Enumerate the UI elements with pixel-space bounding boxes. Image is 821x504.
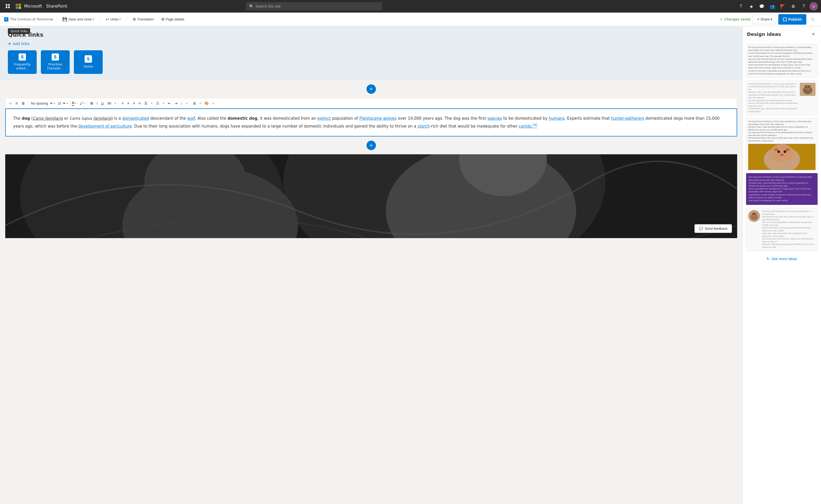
hunter-gatherers-link[interactable]: hunter-gatherers xyxy=(611,116,644,121)
svg-point-21 xyxy=(780,154,784,156)
color-palette-button[interactable]: 🎨 xyxy=(203,99,210,107)
text-content-block[interactable]: The dog (Canis familiaris or Canis lupus… xyxy=(5,108,737,136)
toolbar-right-group: ✓ Changes saved ↗ Share ▾ Publish ⬡ xyxy=(720,14,817,25)
undo-button[interactable]: ↩ Undo ▾ xyxy=(103,15,123,24)
add-links-button[interactable]: + Add links xyxy=(8,41,735,46)
humans-link[interactable]: humans xyxy=(549,116,565,121)
design-idea-text-1: The dog (Canis familiaris or Canis lupus… xyxy=(748,46,815,75)
apps-menu-icon[interactable] xyxy=(3,2,13,11)
help-icon[interactable]: ? xyxy=(736,2,746,11)
species-link[interactable]: species xyxy=(487,116,502,121)
color-palette-chevron[interactable]: ▾ xyxy=(211,99,215,107)
publish-button[interactable]: Publish xyxy=(778,14,806,25)
starch-link[interactable]: starch xyxy=(418,124,430,129)
extinct-link[interactable]: extinct xyxy=(318,116,331,121)
design-idea-card-4[interactable]: The dog (Canis familiaris or Canis lupus… xyxy=(746,173,818,205)
design-idea-card-1[interactable]: The dog (Canis familiaris or Canis lupus… xyxy=(746,44,818,78)
translation-label: Translation xyxy=(137,17,154,21)
table-button[interactable]: ⊞ xyxy=(191,99,198,107)
pleistocene-link[interactable]: Pleistocene wolves xyxy=(359,116,397,121)
undo-label: Undo xyxy=(110,17,118,21)
style-select[interactable]: No spacing xyxy=(29,100,53,107)
outdent-button[interactable]: ⇤ xyxy=(166,99,172,107)
search-bar[interactable]: 🔍 xyxy=(246,2,382,10)
quick-link-card-2[interactable]: S Priorities [Sample... xyxy=(41,50,70,74)
content-area[interactable]: Quick links Quick links + Add links S Fr… xyxy=(0,26,742,504)
bullet-list-button[interactable]: ☰ xyxy=(143,99,149,107)
svg-point-11 xyxy=(808,86,809,87)
align-left-button[interactable]: ≡ xyxy=(120,99,125,107)
quick-link-card-3[interactable]: S Home xyxy=(74,50,103,74)
move-handle-icon[interactable]: ⊹ xyxy=(8,99,14,107)
italic-button[interactable]: I xyxy=(95,99,99,107)
font-size-dropdown[interactable]: 18 ▾ xyxy=(56,100,68,107)
image-section: 💬 Send feedback xyxy=(5,154,737,238)
design-idea-card-5[interactable]: The dog (Canis familiaris or Canis lupus… xyxy=(746,208,818,251)
card-icon-3: S xyxy=(85,55,92,63)
collapse-panel-button[interactable]: ⬡ xyxy=(808,15,817,24)
quick-links-tooltip: Quick links xyxy=(8,28,30,34)
svg-point-20 xyxy=(785,148,790,151)
bold-button[interactable]: B xyxy=(89,99,94,107)
design-idea-img-3: The dog (Canis familiaris or Canis lupus… xyxy=(746,118,818,170)
page-indicator: S The Contoso of Tomorrow xyxy=(4,17,53,21)
indent-button[interactable]: ⇥ xyxy=(173,99,179,107)
page-details-button[interactable]: ⚙ Page details xyxy=(158,15,187,24)
style-chevron: ▾ xyxy=(54,102,55,105)
underline-button[interactable]: U xyxy=(100,99,105,107)
align-right-button[interactable]: ≡ xyxy=(132,99,137,107)
save-icon: 💾 xyxy=(62,17,67,22)
undo-icon: ↩ xyxy=(106,17,109,22)
close-design-ideas-button[interactable]: ✕ xyxy=(809,30,817,38)
share-chevron: ▾ xyxy=(770,17,772,21)
align-center-button[interactable]: ≡ xyxy=(126,99,131,107)
quick-links-title: Quick links xyxy=(8,31,735,38)
svg-point-24 xyxy=(752,212,757,217)
search-icon: 🔍 xyxy=(249,4,254,8)
bullet-list-chevron[interactable]: ▾ xyxy=(150,99,154,107)
numbered-list-chevron[interactable]: ▾ xyxy=(161,99,166,107)
line-spacing-chevron[interactable]: ▾ xyxy=(185,99,189,107)
table-chevron[interactable]: ▾ xyxy=(198,99,202,107)
line-spacing-button[interactable]: ↕ xyxy=(179,99,184,107)
question-icon[interactable]: ? xyxy=(799,2,808,11)
chat-icon[interactable]: 💬 xyxy=(757,2,767,11)
font-size-select[interactable]: 18 xyxy=(56,100,66,107)
send-feedback-button[interactable]: 💬 Send feedback xyxy=(694,224,732,233)
justify-button[interactable]: ≡ xyxy=(137,99,142,107)
style-dropdown[interactable]: No spacing ▾ xyxy=(29,100,55,107)
share-button[interactable]: ↗ Share ▾ xyxy=(753,15,776,24)
add-section-button-top[interactable]: + xyxy=(366,84,376,94)
highlight-color-button[interactable]: 🖊 ▾ xyxy=(78,99,86,107)
font-color-chevron: ▾ xyxy=(75,102,76,105)
add-section-area-top: + xyxy=(0,82,742,96)
delete-icon[interactable]: 🗑 xyxy=(20,99,26,107)
svg-point-17 xyxy=(778,151,780,153)
copy-icon[interactable]: ⎘ xyxy=(14,99,19,107)
wolf-link[interactable]: wolf xyxy=(187,116,195,121)
agriculture-link[interactable]: development of agriculture xyxy=(78,124,132,129)
share-network-icon[interactable]: ◈ xyxy=(747,2,756,11)
settings-icon[interactable]: ⚙ xyxy=(789,2,798,11)
quick-links-cards: S Frequently asked... S Priorities [Samp… xyxy=(8,50,735,74)
add-section-button-bottom[interactable]: + xyxy=(366,141,376,150)
user-avatar[interactable]: U xyxy=(809,2,818,10)
canids-link[interactable]: canids.[4] xyxy=(519,124,537,129)
strikethrough-chevron[interactable]: ▾ xyxy=(113,99,118,107)
quick-link-card-1[interactable]: S Frequently asked... xyxy=(8,50,37,74)
search-input[interactable] xyxy=(256,4,379,8)
design-idea-card-3[interactable]: The dog (Canis familiaris or Canis lupus… xyxy=(746,118,818,170)
font-color-button[interactable]: A ▾ xyxy=(70,99,78,107)
divider-1 xyxy=(56,16,57,23)
translation-button[interactable]: ⚙ Translation xyxy=(130,15,156,24)
strikethrough-button[interactable]: 99 xyxy=(106,99,113,107)
design-idea-card-2[interactable]: The dog (Canis familiaris or Canis lupus… xyxy=(746,80,818,116)
people-icon[interactable]: 👥 xyxy=(768,2,777,11)
flag-icon[interactable]: 🚩 xyxy=(778,2,787,11)
see-more-ideas-button[interactable]: ↻ See more ideas xyxy=(743,254,821,264)
save-close-button[interactable]: 💾 Save and close ▾ xyxy=(60,15,97,24)
design-idea-round-img-5 xyxy=(748,210,760,222)
domesticated-link[interactable]: domesticated xyxy=(122,116,149,121)
numbered-list-button[interactable]: ☷ xyxy=(155,99,161,107)
feedback-label: Send feedback xyxy=(705,227,727,231)
